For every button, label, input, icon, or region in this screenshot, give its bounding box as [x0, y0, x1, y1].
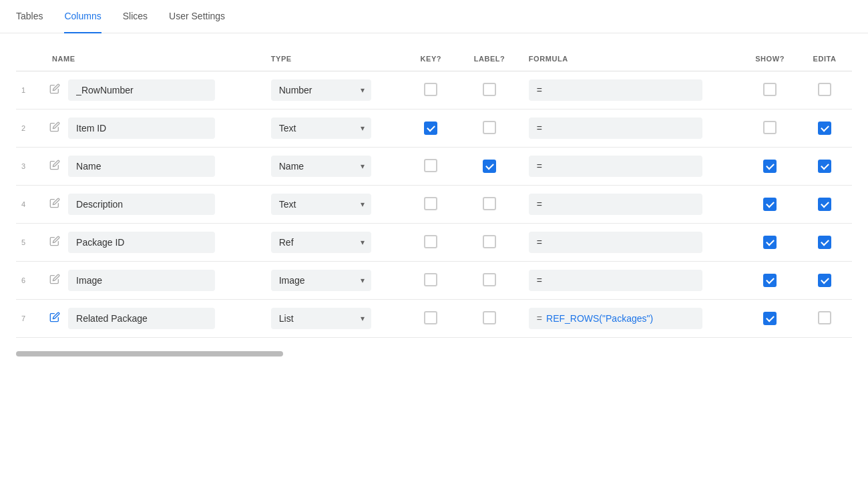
key-checkbox-6[interactable]	[424, 311, 437, 324]
key-checkbox-4[interactable]	[424, 235, 437, 248]
formula-input-0[interactable]	[529, 79, 702, 101]
edita-checkbox-6[interactable]	[818, 311, 831, 324]
label-cell-3	[458, 186, 521, 224]
nav-tab-slices[interactable]: Slices	[123, 0, 148, 33]
type-select-5[interactable]: NumberTextNameRefImageListDateDateTimeDu…	[271, 270, 371, 291]
edita-cell-3	[797, 186, 852, 224]
type-cell-3: NumberTextNameRefImageListDateDateTimeDu…	[263, 186, 404, 224]
nav-tab-tables[interactable]: Tables	[16, 0, 43, 33]
name-input-6[interactable]	[68, 308, 215, 329]
key-cell-0	[403, 71, 458, 109]
edita-checkbox-2[interactable]	[818, 160, 831, 173]
show-checkbox-4[interactable]	[763, 236, 777, 249]
edita-checkbox-1[interactable]	[818, 122, 831, 135]
row-number-1: 1	[16, 71, 44, 109]
header-label: LABEL?	[458, 49, 521, 71]
name-cell-6	[44, 300, 263, 338]
label-checkbox-5[interactable]	[483, 273, 496, 286]
formula-input-2[interactable]	[529, 156, 702, 177]
table-row: 3NumberTextNameRefImageListDateDateTimeD…	[16, 148, 852, 186]
name-input-1[interactable]	[68, 117, 215, 139]
formula-cell-5	[521, 262, 742, 300]
show-checkbox-6[interactable]	[763, 312, 777, 325]
type-select-0[interactable]: NumberTextNameRefImageListDateDateTimeDu…	[271, 79, 371, 101]
type-select-4[interactable]: NumberTextNameRefImageListDateDateTimeDu…	[271, 232, 371, 253]
formula-input-5[interactable]	[529, 270, 702, 291]
label-checkbox-0[interactable]	[483, 83, 496, 96]
nav-tab-user-settings[interactable]: User Settings	[169, 0, 225, 33]
label-cell-0	[458, 71, 521, 109]
row-number-3: 3	[16, 148, 44, 186]
table-row: 5NumberTextNameRefImageListDateDateTimeD…	[16, 224, 852, 262]
edit-icon-3[interactable]	[49, 198, 63, 211]
edita-checkbox-0[interactable]	[818, 83, 831, 96]
label-checkbox-3[interactable]	[483, 197, 496, 210]
edita-cell-2	[797, 148, 852, 186]
table-row: 6NumberTextNameRefImageListDateDateTimeD…	[16, 262, 852, 300]
name-input-5[interactable]	[68, 270, 215, 291]
label-checkbox-2[interactable]	[483, 160, 496, 173]
type-select-3[interactable]: NumberTextNameRefImageListDateDateTimeDu…	[271, 194, 371, 215]
formula-display-6[interactable]: =REF_ROWS("Packages")	[529, 308, 702, 329]
key-cell-5	[403, 262, 458, 300]
label-checkbox-1[interactable]	[483, 121, 496, 134]
name-input-0[interactable]	[68, 79, 215, 101]
formula-cell-4	[521, 224, 742, 262]
edit-icon-1[interactable]	[49, 122, 63, 135]
header-show: SHOW?	[742, 49, 797, 71]
key-checkbox-2[interactable]	[424, 159, 437, 172]
edit-icon-6[interactable]	[49, 312, 63, 325]
edita-checkbox-3[interactable]	[818, 198, 831, 211]
table-row: 4NumberTextNameRefImageListDateDateTimeD…	[16, 186, 852, 224]
key-checkbox-5[interactable]	[424, 273, 437, 286]
formula-input-4[interactable]	[529, 232, 702, 253]
edita-checkbox-4[interactable]	[818, 236, 831, 249]
key-checkbox-0[interactable]	[424, 83, 437, 96]
name-cell-4	[44, 224, 263, 262]
key-checkbox-3[interactable]	[424, 197, 437, 210]
row-number-4: 4	[16, 186, 44, 224]
show-cell-6	[742, 300, 797, 338]
type-select-2[interactable]: NumberTextNameRefImageListDateDateTimeDu…	[271, 156, 371, 177]
formula-eq-6: =	[537, 313, 542, 324]
type-cell-4: NumberTextNameRefImageListDateDateTimeDu…	[263, 224, 404, 262]
row-number-2: 2	[16, 109, 44, 148]
edita-cell-6	[797, 300, 852, 338]
type-select-1[interactable]: NumberTextNameRefImageListDateDateTimeDu…	[271, 117, 371, 139]
edit-icon-0[interactable]	[49, 83, 63, 97]
table-row: 2NumberTextNameRefImageListDateDateTimeD…	[16, 109, 852, 148]
show-checkbox-1[interactable]	[763, 121, 777, 134]
name-input-4[interactable]	[68, 232, 215, 253]
label-checkbox-6[interactable]	[483, 311, 496, 324]
name-input-3[interactable]	[68, 194, 215, 215]
formula-input-1[interactable]	[529, 117, 702, 139]
horizontal-scrollbar[interactable]	[16, 351, 283, 356]
key-cell-4	[403, 224, 458, 262]
formula-input-3[interactable]	[529, 194, 702, 215]
label-cell-2	[458, 148, 521, 186]
edit-icon-5[interactable]	[49, 274, 63, 287]
name-cell-1	[44, 109, 263, 148]
edita-checkbox-5[interactable]	[818, 274, 831, 287]
show-checkbox-2[interactable]	[763, 160, 777, 173]
edit-icon-4[interactable]	[49, 236, 63, 249]
edit-icon-2[interactable]	[49, 160, 63, 173]
edita-cell-5	[797, 262, 852, 300]
row-number-7: 7	[16, 300, 44, 338]
show-checkbox-0[interactable]	[763, 83, 777, 96]
type-select-6[interactable]: NumberTextNameRefImageListDateDateTimeDu…	[271, 308, 371, 329]
key-checkbox-1[interactable]	[424, 122, 437, 135]
table-header: NAME TYPE KEY? LABEL? FORMULA SHOW? EDIT…	[16, 49, 852, 71]
show-checkbox-5[interactable]	[763, 274, 777, 287]
name-cell-5	[44, 262, 263, 300]
label-cell-4	[458, 224, 521, 262]
formula-cell-6: =REF_ROWS("Packages")	[521, 300, 742, 338]
columns-table-container: NAME TYPE KEY? LABEL? FORMULA SHOW? EDIT…	[0, 33, 868, 338]
name-input-2[interactable]	[68, 156, 215, 177]
show-checkbox-3[interactable]	[763, 198, 777, 211]
scrollbar-area	[0, 343, 868, 365]
name-cell-2	[44, 148, 263, 186]
type-cell-0: NumberTextNameRefImageListDateDateTimeDu…	[263, 71, 404, 109]
label-checkbox-4[interactable]	[483, 235, 496, 248]
nav-tab-columns[interactable]: Columns	[64, 0, 101, 33]
